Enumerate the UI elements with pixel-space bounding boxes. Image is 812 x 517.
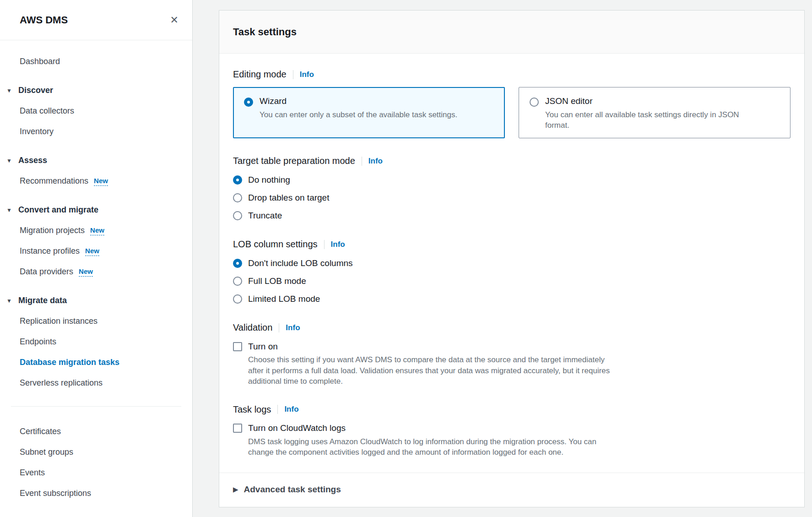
editing-mode-label: Editing mode [233,69,287,80]
option-label: Don't include LOB columns [248,258,353,268]
label-separator [362,157,362,166]
caret-down-icon: ▼ [6,87,18,94]
caret-down-icon: ▼ [6,158,18,164]
validation-label: Validation [233,322,272,333]
new-badge[interactable]: New [79,267,93,277]
radio-wizard-selected[interactable] [244,98,253,107]
sidebar-item-label: Replication instances [20,316,97,326]
sidebar-item-instance-profiles[interactable]: Instance profiles New [0,241,192,261]
sidebar-section-label: Assess [18,156,47,165]
lob-label: LOB column settings [233,239,318,250]
sidebar-item-label: Certificates [20,427,61,436]
cloudwatch-logs-checkbox[interactable] [233,424,242,433]
tile-json-editor-text: JSON editor You can enter all available … [545,96,739,129]
validation-checkbox[interactable] [233,342,242,351]
tile-wizard-text: Wizard You can enter only a subset of th… [260,96,457,129]
option-drop-tables-on-target[interactable]: Drop tables on target [233,191,790,204]
sidebar-section-discover[interactable]: ▼ Discover [0,80,192,101]
radio-dont-include-lob-selected[interactable] [233,259,242,268]
radio-full-lob-mode[interactable] [233,277,242,286]
sidebar-item-label: Migration projects [20,226,85,235]
label-separator [277,405,278,414]
editing-mode-tiles: Wizard You can enter only a subset of th… [233,87,790,138]
validation-label-row: Validation Info [233,321,790,334]
target-prep-info-link[interactable]: Info [368,157,383,166]
task-settings-card: Task settings Editing mode Info Wizard Y… [219,10,805,507]
page-title: Task settings [233,26,297,38]
sidebar-item-label: Inventory [20,127,54,136]
sidebar-item-label: Serverless replications [20,378,103,388]
radio-do-nothing-selected[interactable] [233,175,242,185]
tile-json-editor[interactable]: JSON editor You can enter all available … [519,87,790,138]
tile-json-editor-description: You can enter all available task setting… [545,109,739,131]
option-full-lob-mode[interactable]: Full LOB mode [233,275,790,287]
sidebar-item-database-migration-tasks[interactable]: Database migration tasks [0,352,192,373]
sidebar-item-label: Endpoints [20,337,56,347]
option-dont-include-lob[interactable]: Don't include LOB columns [233,257,790,269]
sidebar-item-label: Event subscriptions [20,489,91,498]
sidebar-item-migration-projects[interactable]: Migration projects New [0,220,192,241]
sidebar-item-events[interactable]: Events [0,463,192,483]
sidebar-item-endpoints[interactable]: Endpoints [0,332,192,352]
sidebar-item-recommendations[interactable]: Recommendations New [0,171,192,191]
sidebar-item-replication-instances[interactable]: Replication instances [0,311,192,332]
sidebar-item-label: Events [20,468,45,478]
radio-truncate[interactable] [233,211,242,220]
option-label: Do nothing [248,175,290,185]
advanced-task-settings-toggle[interactable]: ▶ Advanced task settings [219,473,804,507]
sidebar-header: AWS DMS ✕ [0,0,192,40]
close-icon[interactable]: ✕ [170,15,179,25]
validation-info-link[interactable]: Info [286,323,300,332]
radio-limited-lob-mode[interactable] [233,294,242,304]
sidebar-item-label: Instance profiles [20,246,80,256]
tile-wizard-label: Wizard [260,96,457,106]
sidebar-section-label: Migrate data [18,296,67,305]
advanced-task-settings-label: Advanced task settings [244,484,341,495]
sidebar-item-event-subscriptions[interactable]: Event subscriptions [0,483,192,504]
radio-drop-tables[interactable] [233,193,242,202]
checkbox-label: Turn on CloudWatch logs [248,423,346,433]
lob-info-link[interactable]: Info [331,240,345,249]
task-logs-label-row: Task logs Info [233,403,790,416]
task-logs-info-link[interactable]: Info [284,405,298,414]
new-badge[interactable]: New [94,177,108,186]
new-badge[interactable]: New [90,226,104,235]
option-label: Truncate [248,211,282,221]
option-truncate[interactable]: Truncate [233,209,790,222]
task-logs-turn-on-row[interactable]: Turn on CloudWatch logs [233,422,790,435]
sidebar-item-label: Subnet groups [20,447,73,457]
option-limited-lob-mode[interactable]: Limited LOB mode [233,293,790,305]
label-separator [324,240,325,249]
sidebar-item-certificates[interactable]: Certificates [0,421,192,442]
sidebar-section-label: Convert and migrate [18,205,98,215]
sidebar-item-label: Database migration tasks [20,358,119,367]
validation-turn-on-row[interactable]: Turn on [233,340,790,353]
task-logs-label: Task logs [233,404,271,415]
sidebar-section-migrate-data[interactable]: ▼ Migrate data [0,290,192,311]
sidebar-item-label: Data providers [20,267,73,277]
sidebar-item-label: Data collectors [20,106,74,116]
new-badge[interactable]: New [85,247,99,256]
tile-wizard[interactable]: Wizard You can enter only a subset of th… [233,87,505,138]
editing-mode-label-row: Editing mode Info [233,68,790,81]
main-content: Task settings Editing mode Info Wizard Y… [219,10,805,507]
sidebar-item-serverless-replications[interactable]: Serverless replications [0,373,192,393]
sidebar-item-dashboard[interactable]: Dashboard [0,51,192,72]
editing-mode-info-link[interactable]: Info [300,70,314,79]
option-label: Drop tables on target [248,193,329,203]
sidebar-section-convert-and-migrate[interactable]: ▼ Convert and migrate [0,200,192,220]
sidebar-divider [11,406,181,407]
task-logs-description: DMS task logging uses Amazon CloudWatch … [248,436,790,458]
sidebar-item-data-collectors[interactable]: Data collectors [0,101,192,121]
sidebar-item-subnet-groups[interactable]: Subnet groups [0,442,192,463]
target-prep-label-row: Target table preparation mode Info [233,155,790,167]
sidebar-item-data-providers[interactable]: Data providers New [0,261,192,282]
radio-json-editor[interactable] [530,98,539,107]
validation-description: Choose this setting if you want AWS DMS … [248,354,790,387]
option-do-nothing[interactable]: Do nothing [233,174,790,186]
card-header: Task settings [219,11,804,54]
sidebar-title: AWS DMS [20,14,68,26]
sidebar-item-label: Recommendations [20,176,88,186]
sidebar-item-inventory[interactable]: Inventory [0,121,192,142]
sidebar-section-assess[interactable]: ▼ Assess [0,150,192,171]
